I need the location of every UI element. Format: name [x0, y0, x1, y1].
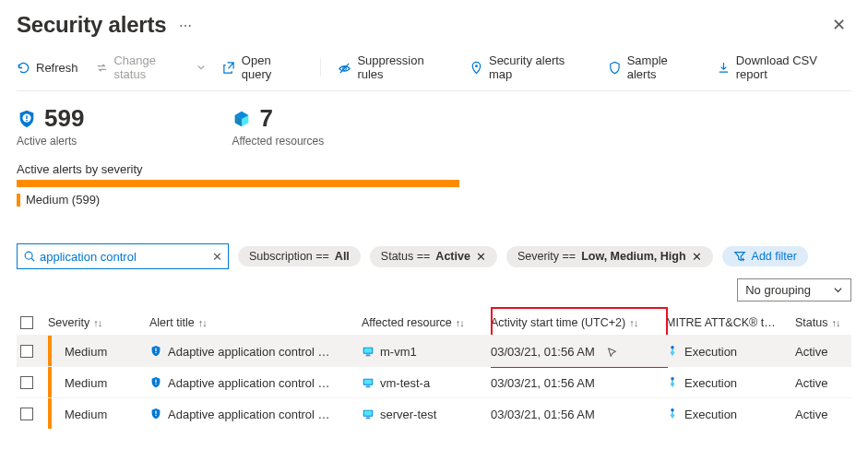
severity-stripe	[48, 336, 52, 367]
sample-shield-icon	[608, 61, 622, 75]
active-alerts-metric: 599 Active alerts	[17, 104, 84, 148]
col-status[interactable]: Status↑↓	[795, 316, 850, 329]
grouping-select[interactable]: No grouping	[737, 278, 851, 301]
affected-resources-label: Affected resources	[232, 135, 324, 148]
col-affected-resource[interactable]: Affected resource↑↓	[362, 316, 491, 329]
cursor-icon	[606, 347, 619, 359]
severity-section-title: Active alerts by severity	[17, 162, 851, 176]
col-mitre[interactable]: MITRE ATT&CK® t…	[666, 316, 795, 329]
filter-severity-remove-icon[interactable]: ✕	[692, 250, 702, 264]
svg-rect-15	[155, 380, 156, 384]
grouping-value: No grouping	[745, 283, 811, 297]
row-severity: Medium	[65, 345, 107, 359]
search-icon	[23, 250, 36, 263]
suppression-icon	[338, 61, 351, 75]
severity-stripe	[48, 398, 52, 429]
alerts-map-button[interactable]: Security alerts map	[470, 53, 591, 81]
search-box[interactable]: ✕	[17, 243, 229, 269]
filter-subscription[interactable]: Subscription == All	[238, 246, 361, 266]
chevron-down-icon	[833, 285, 843, 295]
filter-severity-value: Low, Medium, High	[581, 250, 685, 263]
affected-resources-metric: 7 Affected resources	[232, 104, 324, 148]
download-csv-label: Download CSV report	[736, 53, 851, 81]
row-mitre: Execution	[684, 408, 737, 421]
select-all-checkbox[interactable]	[20, 316, 33, 329]
row-mitre: Execution	[684, 376, 737, 390]
row-severity: Medium	[65, 408, 107, 421]
refresh-button[interactable]: Refresh	[17, 61, 78, 75]
tactic-icon	[666, 376, 679, 389]
row-mitre: Execution	[684, 345, 737, 359]
filter-status[interactable]: Status == Active ✕	[370, 246, 497, 267]
shield-alert-icon	[17, 109, 37, 129]
toolbar-separator	[320, 58, 321, 77]
affected-resources-value: 7	[259, 104, 272, 133]
row-resource: m-vm1	[380, 345, 417, 359]
cube-icon	[232, 109, 252, 129]
add-filter-button[interactable]: Add filter	[722, 246, 808, 266]
severity-bar	[17, 180, 459, 187]
add-filter-icon	[733, 250, 746, 263]
row-checkbox[interactable]	[20, 408, 33, 420]
search-clear-icon[interactable]: ✕	[212, 250, 222, 264]
tactic-icon	[666, 345, 679, 358]
more-actions-icon[interactable]: ⋯	[179, 18, 192, 33]
sort-icon: ↑↓	[198, 317, 207, 328]
download-csv-button[interactable]: Download CSV report	[717, 53, 851, 81]
open-query-button[interactable]: Open query	[222, 53, 304, 81]
svg-rect-12	[366, 355, 370, 356]
page-title: Security alerts	[17, 12, 166, 38]
svg-rect-27	[365, 418, 370, 419]
active-alerts-label: Active alerts	[17, 135, 84, 148]
row-time: 03/03/21, 01:56 AM	[491, 345, 595, 359]
col-alert-title[interactable]: Alert title↑↓	[149, 316, 362, 329]
row-status: Active	[795, 376, 827, 390]
close-icon[interactable]: ✕	[826, 11, 851, 39]
svg-rect-9	[155, 352, 156, 353]
sort-icon: ↑↓	[93, 317, 101, 328]
row-title: Adaptive application control …	[168, 376, 330, 390]
suppression-rules-button[interactable]: Suppression rules	[338, 53, 453, 81]
row-title: Adaptive application control …	[168, 408, 330, 421]
row-status: Active	[795, 408, 827, 421]
svg-point-14	[671, 346, 674, 349]
row-title: Adaptive application control …	[168, 345, 330, 359]
filter-status-remove-icon[interactable]: ✕	[476, 250, 486, 264]
table-row[interactable]: Medium Adaptive application control … m-…	[17, 335, 851, 366]
svg-rect-19	[366, 386, 370, 387]
svg-rect-20	[365, 386, 370, 387]
svg-point-2	[475, 65, 478, 67]
svg-point-6	[25, 252, 32, 259]
open-query-label: Open query	[242, 53, 304, 81]
row-resource: server-test	[380, 408, 436, 421]
search-input[interactable]	[36, 250, 212, 264]
col-activity-start[interactable]: Activity start time (UTC+2)↑↓	[491, 316, 666, 329]
table-row[interactable]: Medium Adaptive application control … vm…	[17, 366, 851, 397]
vm-icon	[362, 376, 375, 389]
svg-point-28	[671, 408, 674, 412]
severity-stripe	[48, 367, 52, 398]
svg-rect-4	[26, 115, 27, 119]
row-time: 03/03/21, 01:56 AM	[491, 376, 595, 390]
sample-alerts-button[interactable]: Sample alerts	[608, 53, 700, 81]
svg-rect-16	[155, 384, 156, 384]
chevron-down-icon	[196, 63, 206, 72]
severity-legend-medium: Medium (599)	[26, 193, 100, 207]
row-checkbox[interactable]	[20, 345, 33, 358]
change-status-button: Change status	[95, 53, 206, 81]
svg-line-7	[31, 258, 34, 261]
col-severity[interactable]: Severity↑↓	[48, 316, 149, 329]
vm-icon	[362, 408, 375, 420]
filter-subscription-value: All	[335, 250, 350, 263]
refresh-label: Refresh	[36, 61, 78, 75]
download-icon	[717, 61, 731, 75]
table-row[interactable]: Medium Adaptive application control … se…	[17, 397, 851, 429]
filter-severity[interactable]: Severity == Low, Medium, High ✕	[506, 246, 713, 267]
svg-rect-8	[155, 349, 156, 352]
row-checkbox[interactable]	[20, 376, 33, 389]
svg-rect-25	[364, 411, 373, 416]
alert-shield-icon	[149, 376, 162, 389]
svg-rect-5	[26, 119, 27, 120]
svg-rect-11	[364, 349, 373, 353]
svg-point-21	[671, 377, 674, 381]
